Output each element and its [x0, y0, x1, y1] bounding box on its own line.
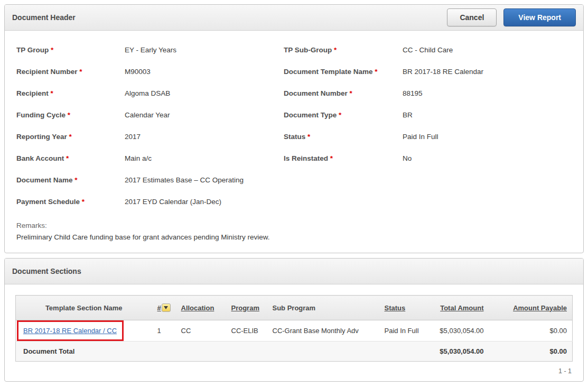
annotation-box: BR 2017-18 RE Calendar / CC: [17, 320, 124, 341]
required-asterisk: *: [330, 154, 333, 162]
required-asterisk: *: [350, 89, 352, 97]
column-header-sub-program: Sub Program: [267, 296, 379, 320]
column-header-program: Program: [226, 296, 267, 320]
cancel-button[interactable]: Cancel: [447, 8, 497, 26]
cell-status: Paid In Full: [379, 320, 424, 342]
document-sections-titlebar: Document Sections: [5, 259, 583, 284]
required-asterisk: *: [51, 89, 53, 97]
field-column-right: TP Sub-Group * CC - Child Care Document …: [284, 44, 572, 218]
field-payment-schedule: Payment Schedule * 2017 EYD Calendar (Ja…: [16, 196, 284, 208]
pagination: 1 - 1: [15, 367, 573, 375]
view-report-button[interactable]: View Report: [503, 8, 576, 26]
field-reporting-year: Reporting Year * 2017: [16, 131, 284, 143]
cell-sub-program: CC-Grant Base Monthly Adv: [267, 320, 379, 342]
field-document-type: Document Type * BR: [284, 109, 572, 121]
field-value: CC - Child Care: [403, 44, 453, 56]
field-recipient-number: Recipient Number * M90003: [16, 66, 284, 78]
cell-allocation: CC: [176, 320, 226, 342]
cell-template-section-name: BR 2017-18 RE Calendar / CC: [16, 320, 152, 342]
column-header-total-amount: Total Amount: [424, 296, 489, 320]
cell-total-amount: $5,030,054.00: [424, 320, 489, 342]
total-row-total-amount: $5,030,054.00: [424, 342, 489, 362]
remarks-label: Remarks:: [16, 220, 572, 232]
total-row-label: Document Total: [16, 342, 424, 362]
field-value: BR: [403, 109, 413, 121]
required-asterisk: *: [66, 154, 69, 162]
page: Document Header Cancel View Report TP Gr…: [0, 0, 588, 387]
field-value: BR 2017-18 RE Calendar: [403, 66, 483, 78]
field-label: Document Template Name: [284, 68, 373, 76]
column-header-status: Status: [379, 296, 424, 320]
field-column-left: TP Group * EY - Early Years Recipient Nu…: [16, 44, 284, 218]
field-document-number: Document Number * 88195: [284, 88, 572, 99]
field-label: TP Group: [16, 46, 49, 54]
field-label: Recipient Number: [16, 68, 78, 76]
field-value: EY - Early Years: [125, 44, 176, 56]
template-section-link[interactable]: BR 2017-18 RE Calendar / CC: [23, 327, 117, 335]
total-row: Document Total $5,030,054.00 $0.00: [16, 342, 573, 362]
field-label: Document Type: [284, 111, 337, 119]
cell-amount-payable: $0.00: [489, 320, 573, 342]
field-label: Recipient: [16, 89, 49, 97]
field-value: 2017 Estimates Base – CC Operating: [125, 174, 244, 186]
column-header-allocation: Allocation: [176, 296, 226, 320]
document-sections-panel: Document Sections Template Section Name …: [4, 258, 584, 382]
required-asterisk: *: [68, 111, 70, 119]
cell-number: 1: [152, 320, 176, 342]
required-asterisk: *: [375, 68, 377, 76]
field-label: Payment Schedule: [16, 198, 80, 206]
field-tp-group: TP Group * EY - Early Years: [16, 44, 284, 56]
required-asterisk: *: [307, 133, 310, 141]
document-sections-title: Document Sections: [12, 267, 81, 275]
total-row-amount-payable: $0.00: [489, 342, 573, 362]
required-asterisk: *: [69, 133, 72, 141]
field-value: 2017 EYD Calendar (Jan-Dec): [125, 196, 221, 208]
required-asterisk: *: [74, 176, 77, 184]
field-label: Document Number: [284, 89, 348, 97]
required-asterisk: *: [339, 111, 341, 119]
required-asterisk: *: [334, 46, 337, 54]
field-label: Reporting Year: [16, 133, 67, 141]
required-asterisk: *: [79, 68, 82, 76]
field-label: Funding Cycle: [16, 111, 66, 119]
field-recipient: Recipient * Algoma DSAB: [16, 88, 284, 99]
column-header-amount-payable: Amount Payable: [489, 296, 573, 320]
field-value: 2017: [125, 131, 141, 143]
cell-program: CC-ELIB: [226, 320, 267, 342]
field-value: Paid In Full: [403, 131, 438, 143]
table-header-row: Template Section Name # Allocation Progr…: [16, 296, 573, 320]
field-value: Calendar Year: [125, 109, 170, 121]
document-sections-body: Template Section Name # Allocation Progr…: [5, 284, 583, 381]
field-label: Document Name: [16, 176, 73, 184]
field-document-template-name: Document Template Name * BR 2017-18 RE C…: [284, 66, 572, 78]
column-header-number: #: [152, 296, 176, 320]
required-asterisk: *: [82, 198, 85, 206]
field-value: No: [403, 153, 412, 164]
required-asterisk: *: [51, 46, 53, 54]
header-buttons: Cancel View Report: [447, 8, 576, 26]
column-header-template-section-name: Template Section Name: [16, 296, 152, 320]
field-label: TP Sub-Group: [284, 46, 332, 54]
remarks: Remarks: Preliminary Child Care funding …: [16, 220, 572, 243]
field-value: Algoma DSAB: [125, 88, 170, 99]
field-document-name: Document Name * 2017 Estimates Base – CC…: [16, 174, 284, 186]
sections-table: Template Section Name # Allocation Progr…: [15, 295, 573, 362]
remarks-text: Preliminary Child Care funding base for …: [16, 232, 572, 243]
field-label: Is Reinstated: [284, 154, 328, 162]
document-header-title: Document Header: [12, 13, 76, 22]
field-value: Main a/c: [125, 153, 152, 164]
table-row: BR 2017-18 RE Calendar / CC 1 CC CC-ELIB…: [16, 320, 573, 342]
field-is-reinstated: Is Reinstated * No: [284, 153, 572, 164]
triangle-down-icon: [164, 306, 168, 309]
field-tp-sub-group: TP Sub-Group * CC - Child Care: [284, 44, 572, 56]
field-funding-cycle: Funding Cycle * Calendar Year: [16, 109, 284, 121]
field-value: 88195: [403, 88, 423, 99]
field-columns: TP Group * EY - Early Years Recipient Nu…: [16, 44, 572, 218]
field-label: Bank Account: [16, 154, 64, 162]
document-header-panel-titlebar: Document Header Cancel View Report: [5, 5, 583, 31]
field-bank-account: Bank Account * Main a/c: [16, 153, 284, 164]
field-label: Status: [284, 133, 305, 141]
sort-descending-icon[interactable]: [162, 303, 171, 312]
document-header-panel: Document Header Cancel View Report TP Gr…: [4, 4, 584, 253]
document-header-body: TP Group * EY - Early Years Recipient Nu…: [5, 31, 583, 253]
